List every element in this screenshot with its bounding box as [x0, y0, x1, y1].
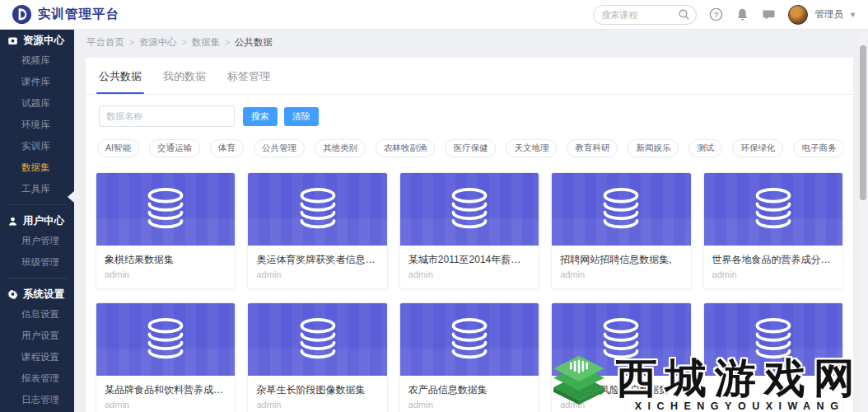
sidebar-section: 资源中心视频库课件库试题库环境库实训库数据集工具库: [0, 30, 74, 199]
breadcrumb-item: 公共数据: [235, 36, 273, 49]
dataset-card[interactable]: 招聘网站招聘信息数据集, admin: [551, 172, 691, 289]
sidebar-section-header[interactable]: 资源中心: [0, 31, 74, 49]
app-logo[interactable]: 实训管理平台: [12, 4, 119, 25]
sidebar-item[interactable]: 课件库: [0, 71, 74, 92]
tab-my-data[interactable]: 我的数据: [163, 69, 206, 94]
svg-text:?: ?: [713, 11, 718, 19]
dataset-card-banner: [400, 303, 539, 376]
help-icon[interactable]: ?: [709, 7, 723, 21]
search-icon[interactable]: [678, 8, 690, 21]
dataset-card[interactable]: 奥运体育奖牌获奖者信息数据集 admin: [247, 172, 387, 289]
user-icon: [7, 216, 18, 227]
dataset-card[interactable]: 象棋结果数据集 admin: [96, 172, 236, 289]
dataset-owner: admin: [408, 269, 530, 281]
tag-filter[interactable]: 农林牧副渔: [376, 139, 436, 157]
dataset-owner: admin: [256, 400, 378, 411]
tag-filter[interactable]: 公共管理: [254, 139, 305, 157]
dataset-card[interactable]: 某品牌食品和饮料营养成分数据集 admin: [96, 302, 236, 412]
dataset-card-body: 奥运体育奖牌获奖者信息数据集 admin: [248, 246, 386, 288]
gear-icon: [7, 289, 18, 300]
scrollbar-thumb[interactable]: [860, 45, 866, 200]
user-name[interactable]: 管理员: [815, 8, 844, 21]
dataset-card-banner: [552, 173, 690, 246]
sidebar-item[interactable]: 班级管理: [0, 251, 74, 273]
dataset-owner: admin: [105, 400, 226, 411]
dataset-card[interactable]: [703, 302, 843, 412]
dataset-title: [712, 383, 834, 396]
tag-filter[interactable]: 电子商务: [793, 139, 843, 157]
dataset-card[interactable]: 农产品信息数据集 admin: [399, 302, 539, 412]
resource-icon: [7, 35, 18, 46]
sidebar-item[interactable]: 用户管理: [0, 230, 74, 251]
dataset-card[interactable]: 杂草生长阶段图像数据集 admin: [247, 302, 387, 412]
dataset-card[interactable]: 世界各地食品的营养成分数据集 admin: [703, 172, 843, 289]
breadcrumb-item[interactable]: 平台首页: [86, 36, 124, 49]
dataset-name-input[interactable]: [99, 105, 235, 127]
app-title: 实训管理平台: [38, 6, 119, 23]
sidebar-item[interactable]: 视频库: [0, 49, 74, 71]
header-actions: ? 管理员 ▼: [593, 5, 856, 25]
tab-tag-management[interactable]: 标签管理: [227, 69, 270, 94]
dataset-card-body: 某品牌食品和饮料营养成分数据集 admin: [96, 376, 235, 412]
database-icon: [141, 187, 190, 232]
sidebar-item[interactable]: 试题库: [0, 92, 74, 114]
dataset-owner: admin: [560, 269, 682, 281]
tag-filter[interactable]: 新闻娱乐: [628, 139, 679, 157]
tab-public-data[interactable]: 公共数据: [99, 69, 142, 94]
tag-filter[interactable]: 测试: [688, 139, 722, 157]
tag-filter[interactable]: 交通运输: [149, 139, 200, 157]
breadcrumb-item[interactable]: 数据集: [192, 36, 221, 49]
dataset-card[interactable]: 某城市2011至2014年薪水数据集 admin: [399, 172, 539, 289]
dataset-grid: 象棋结果数据集 admin 奥运体育奖牌获奖者信息数据集 admin: [96, 172, 843, 412]
scrollbar-track[interactable]: [859, 30, 867, 412]
tag-filter[interactable]: 医疗保健: [445, 139, 496, 157]
database-icon: [445, 317, 494, 362]
dataset-owner: admin: [712, 269, 834, 281]
dataset-title: 象棋结果数据集: [105, 253, 226, 266]
search-button[interactable]: 搜索: [243, 107, 278, 126]
dataset-card-body: 世界各地食品的营养成分数据集 admin: [704, 246, 842, 288]
sidebar-divider: [7, 278, 68, 279]
content-panel: 公共数据我的数据标签管理 搜索 清除 AI智能交通运输体育公共管理其他类别农林牧…: [86, 58, 853, 412]
dataset-card-body: 杂草生长阶段图像数据集 admin: [248, 376, 386, 412]
dataset-card-banner: [248, 173, 386, 246]
clear-button[interactable]: 清除: [284, 107, 319, 126]
sidebar-item[interactable]: 数据集: [0, 157, 74, 178]
breadcrumb: 平台首页>资源中心>数据集>公共数据: [86, 36, 273, 49]
dataset-title: 世界各地食品的营养成分数据集: [712, 253, 834, 266]
sidebar-item[interactable]: 信息设置: [0, 303, 74, 325]
dataset-card[interactable]: 信用卡高风险客户数据集 admin: [551, 302, 691, 412]
notification-bell-icon[interactable]: [735, 7, 749, 22]
tag-filter[interactable]: 教育科研: [567, 139, 618, 157]
message-icon[interactable]: [762, 8, 776, 21]
tag-filter[interactable]: 其他类别: [315, 139, 366, 157]
dataset-title: 招聘网站招聘信息数据集,: [560, 253, 682, 266]
sidebar-section-header[interactable]: 系统设置: [0, 285, 74, 303]
course-search: [593, 5, 697, 25]
sidebar-item[interactable]: 工具库: [0, 178, 74, 199]
tabs-divider: [86, 94, 853, 95]
active-item-arrow: [68, 191, 74, 203]
sidebar-item[interactable]: 实训库: [0, 135, 74, 157]
sidebar-item[interactable]: 课程设置: [0, 346, 74, 368]
sidebar-section-header[interactable]: 用户中心: [0, 212, 74, 230]
breadcrumb-item[interactable]: 资源中心: [139, 36, 177, 49]
tag-filter[interactable]: AI智能: [97, 139, 139, 157]
database-icon: [596, 187, 646, 232]
user-avatar[interactable]: [788, 5, 808, 25]
dataset-owner: admin: [105, 269, 226, 281]
sidebar-item[interactable]: 用户设置: [0, 325, 74, 346]
sidebar-item[interactable]: 环境库: [0, 114, 74, 135]
sidebar: 资源中心视频库课件库试题库环境库实训库数据集工具库用户中心用户管理班级管理系统设…: [0, 30, 74, 412]
tag-filter[interactable]: 体育: [210, 139, 244, 157]
dataset-card-banner: [96, 173, 235, 246]
sidebar-section: 系统设置信息设置用户设置课程设置报表管理日志管理: [0, 283, 74, 410]
dataset-card-body: 某城市2011至2014年薪水数据集 admin: [400, 246, 539, 288]
sidebar-item[interactable]: 日志管理: [0, 389, 74, 410]
tag-filter[interactable]: 环保绿化: [732, 139, 783, 157]
dataset-card-body: 农产品信息数据集 admin: [400, 376, 539, 412]
sidebar-item[interactable]: 报表管理: [0, 368, 74, 389]
tag-filter[interactable]: 天文地理: [506, 139, 557, 157]
chevron-down-icon[interactable]: ▼: [849, 11, 856, 19]
database-icon: [749, 187, 798, 232]
